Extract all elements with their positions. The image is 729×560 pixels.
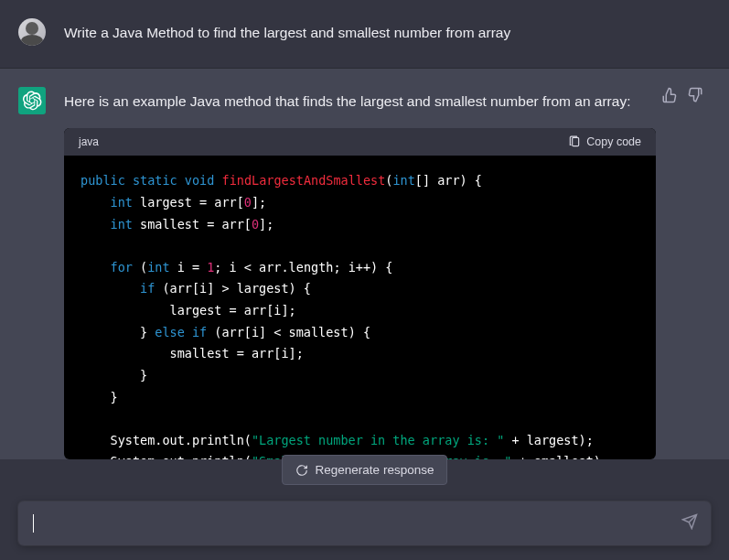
- text-cursor: [33, 514, 34, 533]
- code-block-header: java Copy code: [64, 128, 656, 156]
- message-input[interactable]: [18, 501, 711, 545]
- assistant-message-row: Here is an example Java method that find…: [0, 69, 729, 459]
- code-content[interactable]: public static void findLargestAndSmalles…: [64, 156, 656, 459]
- assistant-intro-text: Here is an example Java method that find…: [64, 87, 656, 112]
- send-button[interactable]: [681, 513, 698, 533]
- code-block: java Copy code public static void findLa…: [64, 128, 656, 459]
- thumbs-down-icon: [687, 87, 703, 103]
- thumbs-down-button[interactable]: [687, 87, 703, 103]
- regenerate-label: Regenerate response: [316, 463, 434, 477]
- send-icon: [681, 513, 698, 530]
- code-language-label: java: [79, 135, 99, 148]
- copy-code-label: Copy code: [586, 135, 641, 148]
- user-avatar: [18, 18, 46, 46]
- assistant-avatar: [18, 87, 46, 114]
- svg-rect-0: [573, 138, 579, 146]
- user-message-row: Write a Java Method to find the largest …: [0, 0, 729, 69]
- regenerate-button[interactable]: Regenerate response: [282, 455, 448, 485]
- thumbs-up-icon: [661, 87, 678, 103]
- refresh-icon: [295, 464, 308, 477]
- user-message-text: Write a Java Method to find the largest …: [64, 18, 711, 46]
- thumbs-up-button[interactable]: [661, 87, 678, 103]
- clipboard-icon: [568, 135, 581, 148]
- feedback-buttons: [661, 87, 703, 103]
- assistant-content: Here is an example Java method that find…: [64, 87, 711, 459]
- copy-code-button[interactable]: Copy code: [568, 135, 641, 148]
